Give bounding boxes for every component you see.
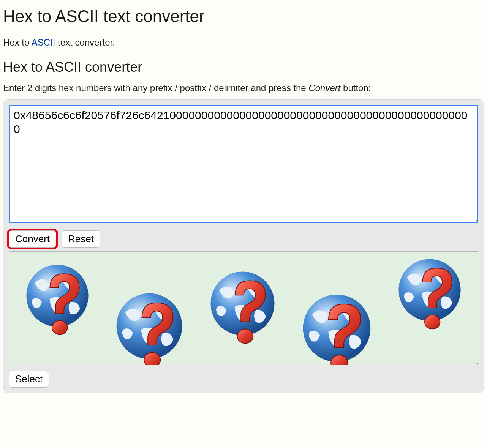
intro-text: Hex to ASCII text converter. — [3, 37, 484, 48]
reset-button[interactable]: Reset — [62, 230, 100, 248]
instruction-text: Enter 2 digits hex numbers with any pref… — [3, 83, 484, 93]
svg-point-1 — [52, 320, 68, 334]
intro-prefix: Hex to — [3, 37, 32, 47]
svg-point-3 — [144, 352, 160, 365]
question-mark-icon — [134, 299, 179, 365]
output-placeholder-globe — [115, 292, 183, 363]
convert-button[interactable]: Convert — [9, 230, 56, 248]
page-title: Hex to ASCII text converter — [3, 7, 484, 26]
instruction-convert-word: Convert — [308, 83, 340, 93]
output-placeholder-globe — [209, 270, 276, 339]
output-placeholder-globe — [302, 293, 372, 366]
select-button-row: Select — [9, 371, 478, 388]
section-title: Hex to ASCII converter — [3, 59, 484, 75]
select-button[interactable]: Select — [9, 371, 49, 388]
svg-point-7 — [331, 355, 348, 365]
instruction-suffix: button: — [340, 83, 371, 93]
svg-point-9 — [425, 315, 440, 329]
ascii-output[interactable] — [9, 251, 478, 365]
output-placeholder-globe — [25, 263, 90, 330]
svg-point-5 — [237, 329, 253, 343]
instruction-prefix: Enter 2 digits hex numbers with any pref… — [3, 83, 308, 93]
ascii-link[interactable]: ASCII — [32, 37, 55, 47]
intro-suffix: text converter. — [55, 37, 115, 47]
question-mark-icon — [321, 300, 367, 365]
converter-panel: Convert Reset — [3, 99, 484, 393]
action-button-row: Convert Reset — [9, 230, 478, 248]
output-placeholder-globe — [397, 258, 462, 325]
hex-input[interactable] — [9, 105, 478, 223]
question-mark-icon — [228, 277, 271, 349]
question-mark-icon — [416, 265, 458, 334]
question-mark-icon — [43, 270, 85, 340]
